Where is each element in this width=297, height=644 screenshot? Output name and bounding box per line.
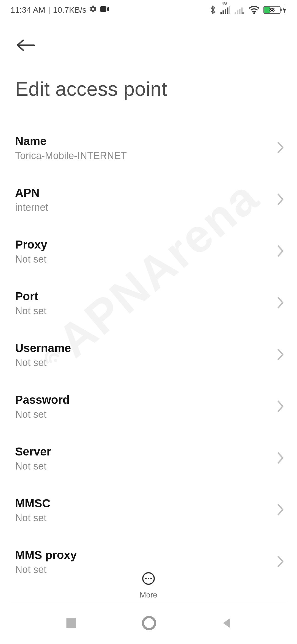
- battery-pct: 38: [264, 7, 280, 13]
- charging-icon: [282, 6, 287, 14]
- page-title: Edit access point: [0, 56, 297, 122]
- svg-rect-3: [222, 10, 224, 14]
- status-time: 11:34 AM: [10, 5, 45, 15]
- row-label: Username: [15, 342, 71, 355]
- svg-rect-1: [100, 6, 106, 12]
- status-right: 4G 38: [210, 5, 287, 15]
- row-label: Server: [15, 445, 51, 458]
- svg-point-11: [253, 12, 255, 14]
- row-password[interactable]: Password Not set: [0, 381, 297, 433]
- gear-icon: [89, 5, 97, 15]
- chevron-right-icon: [277, 555, 284, 569]
- svg-rect-7: [235, 12, 236, 14]
- status-data-rate: 10.7KB/s: [53, 5, 87, 15]
- row-label: Name: [15, 135, 127, 148]
- nav-home-button[interactable]: [141, 615, 157, 632]
- nav-recents-button[interactable]: [65, 617, 77, 630]
- chevron-right-icon: [277, 245, 284, 258]
- chevron-right-icon: [277, 452, 284, 465]
- row-label: MMS proxy: [15, 549, 77, 562]
- svg-rect-16: [66, 618, 76, 628]
- row-name[interactable]: Name Torica-Mobile-INTERNET: [0, 122, 297, 174]
- row-value: Torica-Mobile-INTERNET: [15, 150, 127, 162]
- row-username[interactable]: Username Not set: [0, 329, 297, 381]
- arrow-left-icon: [16, 39, 36, 52]
- apn-fields-list: Name Torica-Mobile-INTERNET APN internet…: [0, 122, 297, 588]
- row-label: Port: [15, 290, 46, 303]
- navigation-bar: [0, 603, 297, 644]
- nav-back-button[interactable]: [221, 617, 232, 630]
- row-label: APN: [15, 186, 48, 200]
- row-label: MMSC: [15, 497, 50, 510]
- svg-rect-5: [227, 7, 228, 14]
- row-mms-proxy[interactable]: MMS proxy Not set: [0, 536, 297, 588]
- svg-point-17: [143, 617, 155, 629]
- status-left: 11:34 AM | 10.7KB/s: [10, 5, 109, 15]
- chevron-right-icon: [277, 348, 284, 362]
- bluetooth-icon: [210, 5, 216, 15]
- row-apn[interactable]: APN internet: [0, 174, 297, 226]
- row-mmsc[interactable]: MMSC Not set: [0, 484, 297, 536]
- more-label: More: [140, 591, 157, 599]
- signal-sim1-icon: 4G: [220, 6, 230, 14]
- row-value: Not set: [15, 564, 77, 575]
- row-value: internet: [15, 202, 48, 213]
- signal-sim2-icon: [234, 6, 245, 14]
- row-label: Proxy: [15, 238, 47, 251]
- chevron-right-icon: [277, 504, 284, 517]
- back-button[interactable]: [13, 36, 38, 56]
- row-value: Not set: [15, 305, 46, 317]
- chevron-right-icon: [277, 400, 284, 413]
- row-value: Not set: [15, 253, 47, 265]
- chevron-right-icon: [277, 193, 284, 206]
- status-bar: 11:34 AM | 10.7KB/s 4G: [0, 0, 297, 20]
- svg-rect-2: [221, 12, 222, 14]
- row-value: Not set: [15, 357, 71, 369]
- row-value: Not set: [15, 409, 70, 420]
- svg-rect-6: [229, 6, 230, 14]
- row-port[interactable]: Port Not set: [0, 277, 297, 329]
- svg-rect-4: [225, 9, 226, 14]
- row-proxy[interactable]: Proxy Not set: [0, 226, 297, 277]
- chevron-right-icon: [277, 141, 284, 155]
- row-value: Not set: [15, 460, 51, 472]
- svg-rect-8: [237, 10, 238, 14]
- signal-network-label: 4G: [222, 1, 227, 5]
- video-icon: [100, 5, 109, 15]
- status-sep: |: [48, 5, 50, 15]
- chevron-right-icon: [277, 297, 284, 310]
- row-server[interactable]: Server Not set: [0, 433, 297, 484]
- row-label: Password: [15, 393, 70, 406]
- wifi-icon: [249, 6, 260, 14]
- svg-rect-9: [239, 9, 240, 14]
- row-value: Not set: [15, 512, 50, 524]
- battery-indicator: 38: [263, 6, 287, 14]
